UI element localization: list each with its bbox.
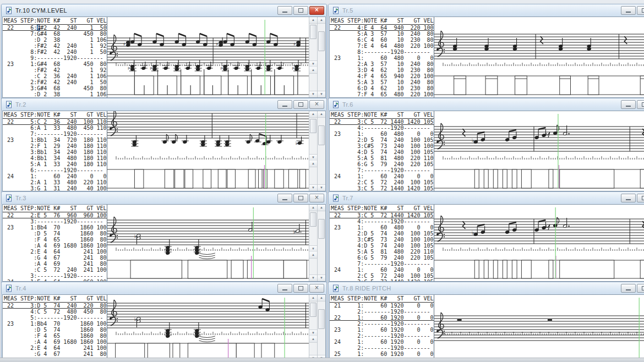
scroll-down-icon[interactable]: ▼ [309,184,317,191]
event-row[interactable]: 24 1: 60 1920 0 0 [330,339,434,345]
event-row[interactable]: 2:C 5 72 240 100 105 [330,179,434,185]
event-list[interactable]: MEAS STEP:NOTE K# ST GT VEL 22 5:C 2 36 … [3,111,107,191]
event-row[interactable]: 4:D 5 74 240 100 105 [330,243,434,249]
event-row[interactable]: 24 1:E 4 64 960 100 [3,279,107,281]
staff-scrollbar[interactable]: ▲ ▼ ▲ ▼ [309,17,317,97]
event-row[interactable]: :D 2 38 1 106 [3,91,107,97]
notation-pane[interactable]: ♯♯♯♯♯♯♯ [107,17,309,97]
window-scrollbar[interactable]: ▲ ▼ [317,295,325,361]
event-row[interactable]: 23 1:G#4 68 450 80 [3,61,107,67]
scroll-up-icon[interactable]: ▲ [309,67,317,74]
event-row[interactable]: 6:C 4 60 10 230 80 [330,37,434,43]
event-row[interactable]: 6:--------1920-------- [3,167,107,173]
event-row[interactable]: 2:C 5 72 240 100 105 [330,273,434,279]
window-titlebar[interactable]: Tr.10 CYM.LEVEL × [2,4,326,17]
maximize-button[interactable] [293,6,308,15]
scroll-up-icon[interactable]: ▲ [318,111,325,118]
window-scrollbar[interactable]: ▲ ▼ [317,17,325,97]
event-row[interactable]: 7:G#4 68 450 80 [3,31,107,37]
event-row[interactable]: 8:--------1920-------- [330,49,434,55]
notation-pane[interactable]: ♭♭ [107,205,309,281]
minimize-button[interactable] [277,194,292,202]
event-row[interactable]: :F#2 42 240 1 92 [3,43,107,49]
event-row[interactable]: 22 1: 60 1920 0 0 [330,315,434,321]
event-list[interactable]: MEAS STEP:NOTE K# ST GT VEL 22 3:C 5 72 … [330,111,434,191]
window-titlebar[interactable]: Tr.8 RIDE PITCH × [329,282,644,294]
window-titlebar[interactable]: Tr.7 × [329,192,644,204]
scroll-up-icon[interactable]: ▲ [309,205,317,211]
event-row[interactable]: 2:--------1920-------- [330,333,434,339]
event-row[interactable]: :F#2 42 1 92 [3,67,107,73]
window-titlebar[interactable]: Tr.5 × [329,4,644,17]
scroll-down-icon[interactable]: ▼ [309,245,317,252]
event-row[interactable]: 3:--------1920-------- [3,218,107,224]
scroll-down-icon[interactable]: ▼ [309,61,317,67]
event-row[interactable]: 7:E 4 64 480 220 100 [330,43,434,49]
event-row[interactable]: 5:A 3 57 10 240 80 [330,79,434,85]
event-row[interactable]: 4:--------1920-------- [330,218,434,224]
event-row[interactable]: :F 4 65 1860 80 [3,237,107,243]
minimize-button[interactable] [621,194,636,202]
event-row[interactable]: :A 4 69 1680 1860 100 [3,339,107,345]
event-row[interactable]: 24 1: 60 240 0 0 [3,173,107,179]
event-list[interactable]: MEAS STEP:NOTE K# ST GT VEL 22 3:D 5 74 … [3,295,107,361]
window-titlebar[interactable]: Tr.6 × [329,98,644,111]
event-row[interactable]: 2:F 1 29 240 180 110 [3,143,107,149]
maximize-button[interactable] [637,6,644,15]
staff-scrollbar[interactable]: ▲ ▼ ▲ ▼ [309,295,317,361]
event-row[interactable]: 9:--------1920-------- [3,55,107,61]
event-row[interactable]: 23 1: 60 1920 0 0 [330,327,434,333]
scroll-up-icon[interactable]: ▲ [318,205,325,211]
scrollbar-thumb[interactable] [310,212,316,227]
event-row[interactable]: 7:F 4 65 480 220 100 [330,91,434,97]
event-row[interactable]: 3:C 5 72 1440 1420 105 [330,185,434,191]
minimize-button[interactable] [621,6,636,15]
scroll-up-icon[interactable]: ▲ [309,252,317,259]
event-row[interactable]: 4:--------1920-------- [330,125,434,131]
event-row[interactable]: 8:F#2 42 240 1 50 [3,49,107,55]
event-row[interactable]: 6:G 5 79 240 220 105 [330,255,434,261]
event-row[interactable]: :F 4 65 1860 80 [3,333,107,339]
event-row[interactable]: :D 5 74 1860 80 [3,231,107,237]
minimize-button[interactable] [277,284,292,293]
event-row[interactable]: 4:F 4 65 940 220 100 [330,73,434,79]
event-row[interactable]: 5:A 1 33 240 180 110 [3,161,107,167]
scroll-down-icon[interactable]: ▼ [318,275,325,281]
scroll-down-icon[interactable]: ▼ [309,154,317,161]
event-row[interactable]: 23 1: 60 480 0 0 [330,224,434,231]
event-list[interactable]: MEAS STEP:NOTE K# ST GT VEL 22 3:C 5 72 … [330,205,434,281]
event-row[interactable]: 5:A 3 57 10 240 80 [330,31,434,37]
event-list[interactable]: MEAS STEP:NOTE K# ST GT VEL 22 2:E 5 76 … [3,205,107,281]
event-row[interactable]: 2:A 3 57 10 240 80 [330,61,434,67]
event-row[interactable]: 23 1:Bb4 70 1860 100 [3,224,107,231]
event-row[interactable]: 22 2:E 5 76 960 960 100 [3,212,107,218]
maximize-button[interactable] [637,284,644,293]
notation-pane[interactable] [434,17,644,97]
event-row[interactable]: :G 4 67 241 80* [3,351,107,357]
maximize-button[interactable] [637,100,644,109]
event-row[interactable]: 5:A 5 81 480 220 110 [330,155,434,161]
event-row[interactable]: 25 1: 60 1920 0 0 [330,351,434,357]
event-row[interactable]: :G 4 67 241 80* [3,255,107,261]
event-row[interactable]: 22 3:C 5 72 1440 1420 105 [330,119,434,125]
scrollbar-thumb[interactable] [318,219,325,239]
window-scrollbar[interactable]: ▲ ▼ [317,111,325,191]
event-row[interactable]: 21 1: 60 1920 0 0 [330,303,434,309]
window-titlebar[interactable]: Tr.4 × [2,282,326,294]
event-list[interactable]: MEAS STEP:NOTE K# ST GT VEL 21 1: 60 192… [330,295,434,361]
event-row[interactable]: 2:D 5 74 240 100 105 [330,231,434,237]
scrollbar-thumb[interactable] [310,25,316,39]
scrollbar-thumb[interactable] [318,31,325,51]
scrollbar-thumb[interactable] [310,119,316,133]
event-row[interactable]: 2:F#2 42 240 1 50 [3,79,107,85]
window-scrollbar[interactable]: ▲ ▼ [317,205,325,281]
event-row[interactable]: 6:A 1 33 480 450 110 [3,125,107,131]
event-row[interactable]: 2:--------1920-------- [330,345,434,351]
scroll-down-icon[interactable]: ▼ [309,91,317,97]
event-row[interactable]: 7:--------1920-------- [330,261,434,267]
maximize-button[interactable] [637,194,644,202]
minimize-button[interactable] [277,6,292,15]
event-row[interactable]: 23 1: 60 480 0 0 [330,131,434,137]
event-row[interactable]: 2:A 1 33 480 220 110 [3,179,107,185]
notation-pane[interactable]: ♭ [434,205,644,281]
